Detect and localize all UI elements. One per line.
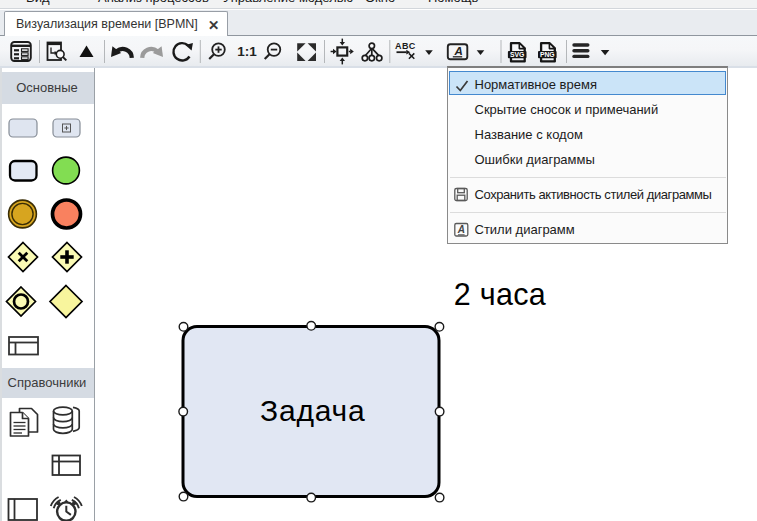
svg-text:A: A: [454, 45, 463, 57]
svg-text:A: A: [457, 224, 465, 235]
svg-text:PNG: PNG: [540, 51, 555, 58]
svg-text:ABC: ABC: [395, 41, 416, 51]
svg-text:Задача: Задача: [260, 394, 365, 427]
svg-text:SVG: SVG: [510, 51, 524, 58]
svg-text:2 часа: 2 часа: [454, 277, 546, 311]
svg-text:1:1: 1:1: [237, 44, 257, 59]
